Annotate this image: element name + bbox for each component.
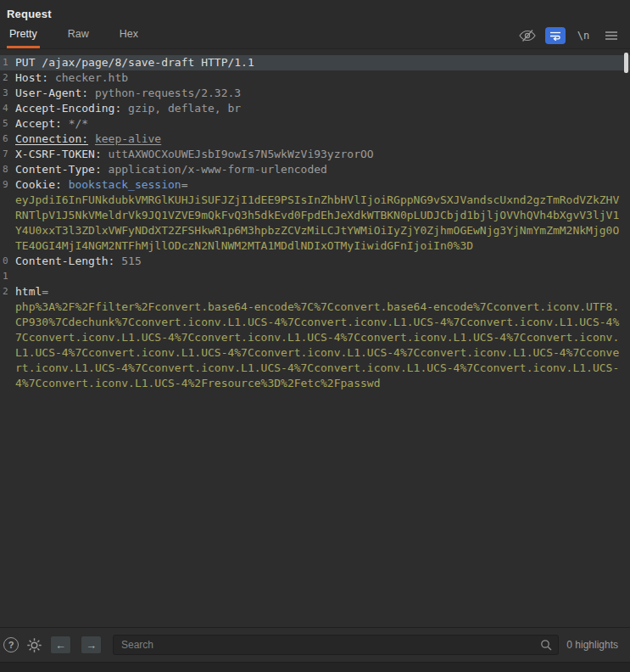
line-number: 1 — [0, 269, 13, 284]
request-panel: Request Pretty Raw Hex \n 1 PUT /ajax/pa… — [0, 0, 630, 672]
cookie-param-name: bookstack_session — [69, 178, 181, 191]
header-name: Connection: — [15, 132, 88, 145]
line-number: 1 — [0, 55, 13, 70]
cookie-param-value: eyJpdiI6InFUNkdubkVMRGlKUHJiSUFJZjI1dEE9… — [15, 193, 620, 254]
code-line[interactable]: 0 Content-Length: 515 — [0, 254, 630, 269]
line-number: 7 — [0, 147, 13, 162]
code-line[interactable]: 7 X-CSRF-TOKEN: uttAXWOCXoUWEJsbI9owIs7N… — [0, 147, 630, 162]
search-prev-button[interactable]: ← — [50, 636, 71, 654]
equals-sign: = — [181, 178, 188, 191]
equals-sign: = — [42, 285, 48, 298]
header-name: Accept: — [15, 117, 62, 130]
search-magnifier-icon — [540, 639, 552, 651]
search-box — [113, 635, 559, 655]
search-next-button[interactable]: → — [81, 636, 102, 654]
code-line[interactable]: 8 Content-Type: application/x-www-form-u… — [0, 162, 630, 177]
header-value: 515 — [121, 255, 141, 267]
word-wrap-toggle-icon[interactable] — [545, 27, 566, 44]
code-line[interactable]: 9 Cookie: bookstack_session=eyJpdiI6InFU… — [0, 177, 630, 254]
header-name: Accept-Encoding: — [15, 102, 121, 115]
window-bottom-edge — [0, 662, 630, 672]
header-value: keep-alive — [95, 132, 161, 145]
help-icon[interactable]: ? — [3, 637, 19, 652]
header-name: User-Agent: — [15, 87, 88, 99]
panel-title: Request — [7, 8, 52, 20]
newline-glyph: \n — [577, 30, 589, 42]
header-name: Content-Type: — [15, 163, 102, 176]
header-name: Host: — [15, 71, 48, 84]
header-name: X-CSRF-TOKEN: — [15, 148, 102, 160]
code-line[interactable]: 1 PUT /ajax/page/8/save-draft HTTP/1.1 — [0, 55, 630, 70]
header-value: */* — [69, 117, 88, 130]
line-number: 8 — [0, 162, 13, 177]
arrow-right-icon: → — [86, 639, 97, 652]
scrollbar-thumb[interactable] — [624, 53, 628, 73]
editor-toolbar: \n — [517, 22, 622, 48]
body-param-value: php%3A%2F%2Ffilter%2Fconvert.base64-enco… — [15, 300, 620, 391]
tab-hex[interactable]: Hex — [117, 22, 141, 48]
highlight-count: 0 highlights — [566, 639, 622, 651]
line-number: 9 — [0, 177, 13, 254]
header-value: python-requests/2.32.3 — [95, 87, 241, 99]
header-value: checker.htb — [55, 71, 128, 84]
search-input[interactable] — [120, 638, 540, 652]
panel-header: Request — [0, 0, 630, 22]
line-number: 3 — [0, 86, 13, 101]
code-line[interactable]: 6 Connection: keep-alive — [0, 132, 630, 147]
line-number: 6 — [0, 132, 13, 147]
tab-pretty[interactable]: Pretty — [7, 22, 40, 48]
header-value: uttAXWOCXoUWEJsbI9owIs7N5wkWzVi93yzrorOO — [109, 148, 374, 160]
request-line-text: PUT /ajax/page/8/save-draft HTTP/1.1 — [15, 56, 254, 69]
settings-gear-icon[interactable] — [26, 637, 42, 653]
line-number: 2 — [0, 70, 13, 86]
body-param-name: html — [15, 285, 42, 298]
code-line[interactable]: 1 — [0, 269, 630, 284]
line-number: 4 — [0, 101, 13, 116]
line-number: 0 — [0, 254, 13, 269]
header-value: application/x-www-form-urlencoded — [109, 163, 327, 176]
arrow-left-icon: ← — [55, 639, 66, 652]
line-number: 5 — [0, 116, 13, 132]
tab-raw-label: Raw — [68, 28, 89, 40]
tab-pretty-label: Pretty — [9, 28, 37, 40]
search-statusbar: ? ← → 0 highlights — [0, 627, 630, 662]
code-line[interactable]: 4 Accept-Encoding: gzip, deflate, br — [0, 101, 630, 116]
menu-hamburger-icon[interactable] — [601, 27, 622, 44]
show-newlines-icon[interactable]: \n — [573, 27, 594, 44]
code-line[interactable]: 3 User-Agent: python-requests/2.32.3 — [0, 86, 630, 101]
code-line[interactable]: 2 html=php%3A%2F%2Ffilter%2Fconvert.base… — [0, 284, 630, 391]
blank-line[interactable] — [15, 269, 630, 284]
header-value: gzip, deflate, br — [128, 102, 241, 115]
line-number: 2 — [0, 284, 13, 391]
header-name: Content-Length: — [15, 255, 114, 267]
tab-raw[interactable]: Raw — [65, 22, 92, 48]
hide-eye-slash-icon[interactable] — [517, 27, 538, 44]
view-tabbar: Pretty Raw Hex \n — [0, 22, 630, 49]
tab-hex-label: Hex — [120, 28, 138, 40]
code-line[interactable]: 5 Accept: */* — [0, 116, 630, 132]
request-editor: 1 PUT /ajax/page/8/save-draft HTTP/1.1 2… — [0, 49, 630, 627]
header-name: Cookie: — [15, 178, 62, 191]
code-line[interactable]: 2 Host: checker.htb — [0, 70, 630, 86]
